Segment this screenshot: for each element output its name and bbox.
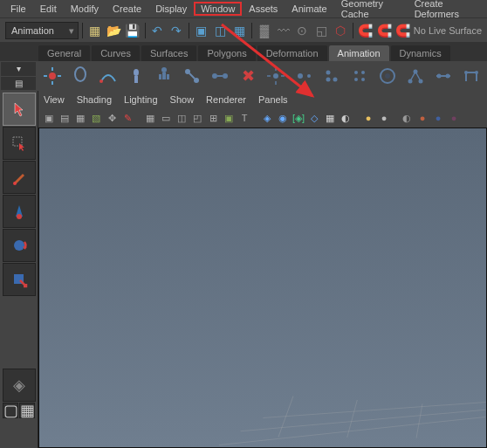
xray-icon[interactable]: ● — [377, 111, 391, 125]
grid-icon[interactable]: ▦ — [143, 111, 157, 125]
panel-menu-view[interactable]: View — [44, 94, 65, 105]
set-key-icon[interactable] — [40, 64, 65, 88]
single-pane-icon[interactable]: ▢ — [3, 403, 18, 418]
four-pane-icon[interactable]: ▦ — [19, 403, 35, 418]
panel-menu-lighting[interactable]: Lighting — [124, 94, 158, 105]
render-icon[interactable]: 🧲 — [357, 21, 374, 40]
select-by-object-icon[interactable]: ◫ — [212, 21, 230, 40]
select-by-hierarchy-icon[interactable]: ▣ — [193, 21, 210, 40]
constraint-icon[interactable]: ✖ — [236, 64, 260, 88]
bg-color-icon[interactable]: ● — [447, 111, 461, 125]
exposure-icon[interactable]: ◐ — [400, 111, 414, 125]
scale-tool[interactable] — [3, 263, 36, 296]
show-manip-tool[interactable]: ◈ — [3, 369, 36, 402]
blend-shape-icon[interactable] — [431, 64, 456, 88]
gamma-icon[interactable]: ● — [415, 111, 429, 125]
bind-skin-icon[interactable] — [208, 64, 232, 88]
save-scene-icon[interactable]: 💾 — [124, 21, 141, 40]
menu-modify[interactable]: Modify — [64, 2, 106, 16]
shelf-tab-deformation[interactable]: Deformation — [257, 45, 327, 61]
camera-select-icon[interactable]: ▣ — [42, 111, 56, 125]
make-live-icon[interactable]: ⬡ — [332, 21, 349, 40]
shaded-icon[interactable]: ◉ — [276, 111, 290, 125]
use-lights-icon[interactable]: ▦ — [323, 111, 337, 125]
panel-menu-panels[interactable]: Panels — [258, 94, 288, 105]
shadows-icon[interactable]: ◐ — [339, 111, 353, 125]
panel-menu-shading[interactable]: Shading — [77, 94, 112, 105]
wire-on-shaded-icon[interactable]: [◈] — [292, 111, 305, 125]
shelf-tab-dynamics[interactable]: Dynamics — [391, 45, 450, 61]
shelf-edit-icon[interactable]: ▤ — [1, 77, 36, 91]
point-constraint-icon[interactable] — [264, 64, 288, 88]
rotate-tool[interactable] — [3, 229, 36, 262]
svg-point-22 — [361, 71, 365, 74]
motion-path-icon[interactable] — [96, 64, 120, 88]
wireframe-icon[interactable]: ◈ — [260, 111, 274, 125]
svg-point-17 — [307, 74, 311, 78]
svg-point-0 — [49, 72, 56, 79]
select-by-component-icon[interactable]: ▦ — [230, 21, 248, 40]
menu-file[interactable]: File — [3, 2, 33, 16]
shelf-menu-icon[interactable]: ▾ — [1, 62, 36, 76]
safe-title-icon[interactable]: T — [237, 111, 251, 125]
shelf-tab-animation[interactable]: Animation — [329, 45, 389, 61]
svg-point-3 — [134, 69, 139, 76]
gate-mask-icon[interactable]: ◰ — [190, 111, 204, 125]
menu-animate[interactable]: Animate — [285, 2, 333, 16]
undo-icon[interactable]: ↶ — [149, 21, 167, 40]
cluster-icon[interactable] — [459, 64, 484, 88]
camera-attr-icon[interactable]: ▤ — [58, 111, 72, 125]
isolate-icon[interactable]: ● — [361, 111, 375, 125]
film-gate-icon[interactable]: ▭ — [159, 111, 173, 125]
menu-edit[interactable]: Edit — [33, 2, 64, 16]
redo-icon[interactable]: ↷ — [168, 21, 185, 40]
pole-vector-icon[interactable] — [403, 64, 428, 88]
menu-assets[interactable]: Assets — [242, 2, 285, 16]
shelf-tab-curves[interactable]: Curves — [92, 45, 140, 61]
svg-point-20 — [326, 78, 331, 82]
humanik-icon[interactable] — [152, 64, 176, 88]
snap-point-icon[interactable]: ⊙ — [294, 21, 312, 40]
panel-menu-show[interactable]: Show — [170, 94, 195, 105]
svg-point-36 — [13, 182, 17, 185]
lasso-tool[interactable] — [3, 127, 36, 160]
grease-pencil-icon[interactable]: ✎ — [120, 111, 134, 125]
menu-geometry-cache[interactable]: Geometry Cache — [334, 0, 408, 21]
paint-select-tool[interactable] — [3, 161, 36, 194]
perspective-viewport[interactable] — [38, 128, 487, 448]
image-plane-icon[interactable]: ▧ — [89, 111, 103, 125]
snap-plane-icon[interactable]: ◱ — [312, 21, 330, 40]
menu-create-deformers[interactable]: Create Deformers — [408, 0, 484, 21]
select-tool[interactable] — [3, 93, 36, 126]
snap-grid-icon[interactable]: ▓ — [256, 21, 273, 40]
view-transform-icon[interactable]: ● — [431, 111, 445, 125]
ipr-render-icon[interactable]: 🧲 — [375, 21, 393, 40]
field-chart-icon[interactable]: ⊞ — [206, 111, 220, 125]
shelf-tab-polygons[interactable]: Polygons — [198, 45, 255, 61]
panel-menu-renderer[interactable]: Renderer — [206, 94, 246, 105]
joint-tool-icon[interactable] — [180, 64, 204, 88]
menu-display[interactable]: Display — [148, 2, 194, 16]
2d-pan-icon[interactable]: ✥ — [105, 111, 119, 125]
bookmark-icon[interactable]: ▦ — [73, 111, 87, 125]
resolution-gate-icon[interactable]: ◫ — [175, 111, 189, 125]
menu-create[interactable]: Create — [106, 2, 148, 16]
shelf-tab-surfaces[interactable]: Surfaces — [141, 45, 196, 61]
orient-constraint-icon[interactable] — [319, 64, 344, 88]
aim-constraint-icon[interactable] — [292, 64, 316, 88]
parent-constraint-icon[interactable] — [375, 64, 400, 88]
safe-action-icon[interactable]: ▣ — [222, 111, 236, 125]
new-scene-icon[interactable]: ▦ — [86, 21, 103, 40]
ipr-render-icon[interactable]: 🧲 — [394, 21, 412, 40]
snap-curve-icon[interactable]: 〰 — [275, 21, 292, 40]
scale-constraint-icon[interactable] — [347, 64, 372, 88]
shelf-icons: ✖ — [37, 61, 487, 91]
shelf-tab-general[interactable]: General — [38, 45, 90, 61]
ik-handle-icon[interactable] — [124, 64, 148, 88]
textured-icon[interactable]: ◇ — [307, 111, 321, 125]
open-scene-icon[interactable]: 📂 — [105, 21, 122, 40]
move-tool[interactable] — [3, 195, 36, 228]
menu-window[interactable]: Window — [194, 2, 242, 16]
mode-selector[interactable]: Animation — [5, 22, 79, 39]
ghost-icon[interactable] — [68, 64, 93, 88]
